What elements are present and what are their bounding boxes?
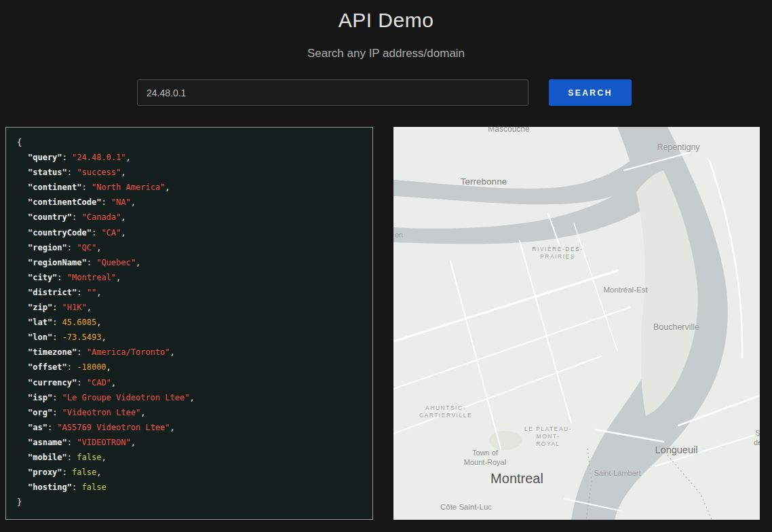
json-line-continentCode: "continentCode": "NA", bbox=[17, 195, 367, 210]
json-line-hosting: "hosting": false bbox=[17, 480, 367, 495]
json-line-timezone: "timezone": "America/Toronto", bbox=[17, 345, 367, 360]
json-line-regionName: "regionName": "Quebec", bbox=[17, 255, 367, 270]
json-line-continent: "continent": "North America", bbox=[17, 180, 367, 195]
json-line-countryCode: "countryCode": "CA", bbox=[17, 225, 367, 240]
json-line-status: "status": "success", bbox=[17, 165, 367, 180]
json-line-isp: "isp": "Le Groupe Videotron Ltee", bbox=[17, 390, 367, 405]
json-line-zip: "zip": "H1K", bbox=[17, 300, 367, 315]
json-response-panel: { "query": "24.48.0.1","status": "succes… bbox=[5, 127, 373, 520]
json-line-region: "region": "QC", bbox=[17, 240, 367, 255]
json-open-brace: { bbox=[17, 135, 367, 150]
map-canvas bbox=[393, 127, 760, 520]
json-line-city: "city": "Montreal", bbox=[17, 270, 367, 285]
map-park bbox=[489, 431, 522, 450]
search-input[interactable] bbox=[137, 79, 528, 106]
json-viewer-body: "query": "24.48.0.1","status": "success"… bbox=[17, 150, 367, 495]
map[interactable]: MascoucheRepentignyTerrebonneonRIVIÈRE-D… bbox=[393, 127, 760, 520]
json-line-as: "as": "AS5769 Videotron Ltee", bbox=[17, 420, 367, 435]
json-line-currency: "currency": "CAD", bbox=[17, 375, 367, 390]
json-line-query: "query": "24.48.0.1", bbox=[17, 150, 367, 165]
json-line-proxy: "proxy": false, bbox=[17, 465, 367, 480]
json-line-district: "district": "", bbox=[17, 285, 367, 300]
json-line-lat: "lat": 45.6085, bbox=[17, 315, 367, 330]
json-line-country: "country": "Canada", bbox=[17, 210, 367, 225]
json-line-lon: "lon": -73.5493, bbox=[17, 330, 367, 345]
page-title: API Demo bbox=[0, 9, 772, 32]
search-button[interactable]: SEARCH bbox=[549, 79, 632, 106]
json-line-offset: "offset": -18000, bbox=[17, 360, 367, 375]
json-line-org: "org": "Videotron Ltee", bbox=[17, 405, 367, 420]
page-subtitle: Search any IP address/domain bbox=[0, 47, 772, 60]
json-close-brace: } bbox=[17, 495, 367, 510]
json-line-mobile: "mobile": false, bbox=[17, 450, 367, 465]
json-line-asname: "asname": "VIDEOTRON", bbox=[17, 435, 367, 450]
